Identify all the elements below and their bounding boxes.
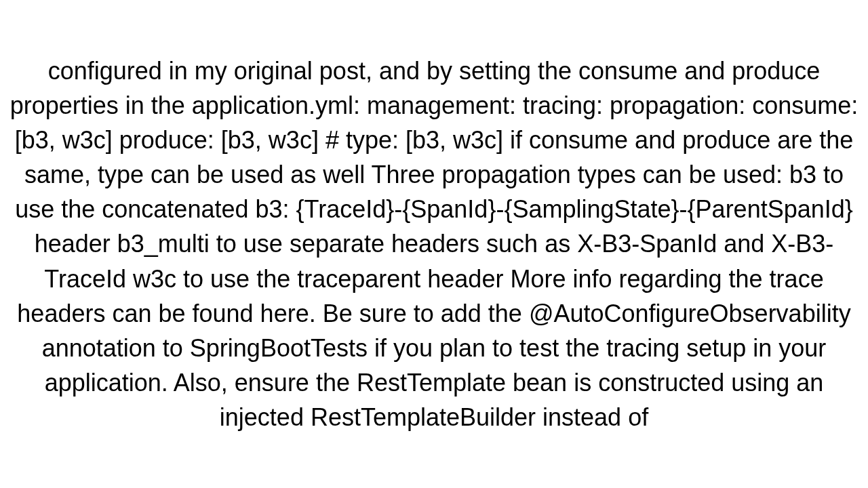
document-body: configured in my original post, and by s… xyxy=(7,54,861,434)
